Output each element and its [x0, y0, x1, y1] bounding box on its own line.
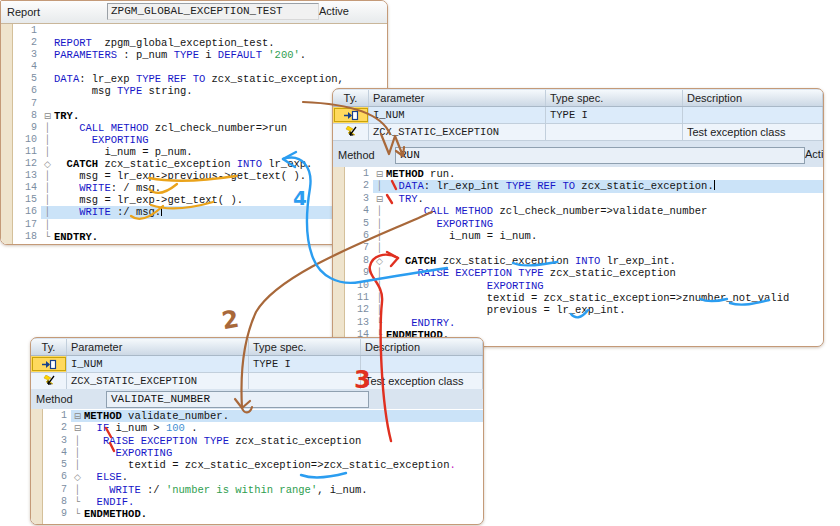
- code-line[interactable]: 13│ msg = lr_exp->previous->get_text( ).: [13, 170, 387, 182]
- code-line[interactable]: 6│ i_num = i_num.: [345, 230, 823, 242]
- parameter-cell[interactable]: I_NUM: [369, 107, 546, 123]
- column-header: Ty.: [333, 90, 369, 106]
- table-row[interactable]: I_NUMTYPE I: [333, 107, 823, 124]
- fold-marker: └: [71, 496, 84, 508]
- column-header: Ty.: [31, 339, 67, 355]
- description-cell[interactable]: Test exception class: [361, 373, 483, 389]
- code-line[interactable]: 12│ previous = lr_exp_int.: [345, 304, 823, 316]
- text-cursor: [161, 206, 162, 216]
- validate-code-lines: 1⊟METHOD validate_number.2⊟ IF i_num > 1…: [43, 410, 483, 521]
- description-cell[interactable]: [683, 107, 823, 123]
- code-line[interactable]: 10│ EXPORTING: [345, 280, 823, 292]
- parameter-cell[interactable]: ZCX_STATIC_EXCEPTION: [369, 124, 546, 140]
- fold-marker: [41, 73, 54, 85]
- code-line[interactable]: 1: [13, 25, 387, 37]
- code-line[interactable]: 8◇ CATCH zcx_static_exception INTO lr_ex…: [345, 255, 823, 267]
- method-status-text: Active: [805, 148, 824, 160]
- screenshot-stage: Report ZPGM_GLOBAL_EXCEPTION_TEST Active…: [0, 0, 840, 526]
- code-line[interactable]: 16│ WRITE :/ msg.: [13, 206, 387, 218]
- code-line[interactable]: 17│: [13, 219, 387, 231]
- run-code-editor[interactable]: 1⊟METHOD run.2│ DATA: lr_exp_int TYPE RE…: [333, 167, 823, 346]
- code-line[interactable]: 11│ textid = zcx_static_exception=>znumb…: [345, 292, 823, 304]
- code-line[interactable]: 5│ textid = zcx_static_exception=>zcx_st…: [43, 459, 483, 471]
- code-line[interactable]: 1⊟METHOD validate_number.: [43, 410, 483, 422]
- code-line[interactable]: 3│ RAISE EXCEPTION TYPE zcx_static_excep…: [43, 435, 483, 447]
- code-line[interactable]: 3PARAMETERS : p_num TYPE i DEFAULT '200'…: [13, 49, 387, 61]
- code-line[interactable]: 4: [13, 61, 387, 73]
- fold-marker: └: [373, 317, 386, 329]
- line-number: 5: [13, 73, 41, 85]
- code-line[interactable]: 2│ DATA: lr_exp_int TYPE REF TO zcx_stat…: [345, 180, 823, 192]
- fold-collapse-icon[interactable]: ⊟: [373, 168, 386, 180]
- code-line[interactable]: 7: [13, 98, 387, 110]
- table-row[interactable]: ZCX_STATIC_EXCEPTIONTest exception class: [31, 373, 483, 390]
- fold-marker: [41, 61, 54, 73]
- code-line[interactable]: 2REPORT zpgm_global_exception_test.: [13, 37, 387, 49]
- parameter-cell[interactable]: ZCX_STATIC_EXCEPTION: [67, 373, 249, 389]
- type-spec-cell[interactable]: TYPE I: [546, 107, 683, 123]
- code-line[interactable]: 11│ i_num = p_num.: [13, 146, 387, 158]
- code-text: TRY.: [386, 193, 823, 205]
- description-cell[interactable]: Test exception class: [683, 124, 823, 140]
- line-number: 14: [13, 182, 41, 194]
- code-line[interactable]: 6 msg TYPE string.: [13, 85, 387, 97]
- fold-marker: │: [373, 205, 386, 217]
- line-number: 7: [345, 242, 373, 254]
- parameter-cell[interactable]: I_NUM: [67, 356, 249, 372]
- program-name-input[interactable]: ZPGM_GLOBAL_EXCEPTION_TEST: [107, 3, 319, 20]
- fold-marker: [41, 25, 54, 37]
- report-code-editor[interactable]: 12REPORT zpgm_global_exception_test.3PAR…: [1, 24, 387, 244]
- code-line[interactable]: 12◇ CATCH zcx_static_exception INTO lr_e…: [13, 158, 387, 170]
- exception-icon[interactable]: [333, 124, 369, 140]
- code-line[interactable]: 15│ msg = lr_exp->get_text( ).: [13, 194, 387, 206]
- method-name-input[interactable]: VALIDATE_NUMBER: [106, 391, 369, 408]
- code-line[interactable]: 6◇ ELSE.: [43, 471, 483, 483]
- code-text: textid = zcx_static_exception=>zcx_stati…: [84, 459, 483, 471]
- code-line[interactable]: 5│ EXPORTING: [345, 218, 823, 230]
- table-row[interactable]: ZCX_STATIC_EXCEPTIONTest exception class: [333, 124, 823, 141]
- description-cell[interactable]: [361, 356, 483, 372]
- code-line[interactable]: 9│ RAISE EXCEPTION TYPE zcx_static_excep…: [345, 267, 823, 279]
- code-line[interactable]: 10│ EXPORTING: [13, 134, 387, 146]
- type-spec-cell[interactable]: [249, 373, 361, 389]
- line-number: 9: [345, 267, 373, 279]
- line-number: 5: [345, 218, 373, 230]
- line-number: 6: [13, 85, 41, 97]
- fold-marker: │: [373, 292, 386, 304]
- fold-collapse-icon[interactable]: ⊟: [71, 422, 84, 434]
- text-cursor: [714, 180, 715, 190]
- code-line[interactable]: 4│ EXPORTING: [43, 447, 483, 459]
- code-line[interactable]: 13└ ENDTRY.: [345, 317, 823, 329]
- validate-code-editor[interactable]: 1⊟METHOD validate_number.2⊟ IF i_num > 1…: [31, 409, 483, 524]
- fold-collapse-icon[interactable]: ⊟: [41, 110, 54, 122]
- importing-parameter-icon[interactable]: [31, 356, 67, 372]
- line-number: 3: [13, 49, 41, 61]
- code-line[interactable]: 8⊟TRY.: [13, 110, 387, 122]
- code-line[interactable]: 2⊟ IF i_num > 100 .: [43, 422, 483, 434]
- code-line[interactable]: 7│: [345, 242, 823, 254]
- fold-marker: │: [41, 170, 54, 182]
- code-text: ENDIF.: [84, 496, 483, 508]
- fold-collapse-icon[interactable]: ⊟: [373, 193, 386, 205]
- code-line[interactable]: 9│ CALL METHOD zcl_check_number=>run: [13, 122, 387, 134]
- line-number: 18: [13, 231, 41, 243]
- code-line[interactable]: 14│ WRITE: / msg.: [13, 182, 387, 194]
- code-line[interactable]: 5DATA: lr_exp TYPE REF TO zcx_static_exc…: [13, 73, 387, 85]
- code-line[interactable]: 4│ CALL METHOD zcl_check_number=>validat…: [345, 205, 823, 217]
- code-text: METHOD run.: [386, 168, 823, 180]
- importing-parameter-icon[interactable]: [333, 107, 369, 123]
- table-row[interactable]: I_NUMTYPE I: [31, 356, 483, 373]
- report-editor-window: Report ZPGM_GLOBAL_EXCEPTION_TEST Active…: [0, 0, 388, 245]
- type-spec-cell[interactable]: [546, 124, 683, 140]
- fold-marker: │: [41, 219, 54, 231]
- code-line[interactable]: 8└ ENDIF.: [43, 496, 483, 508]
- code-line[interactable]: 7│ WRITE :/ 'number is within range', i_…: [43, 484, 483, 496]
- type-spec-cell[interactable]: TYPE I: [249, 356, 361, 372]
- exception-icon[interactable]: [31, 373, 67, 389]
- code-line[interactable]: 3⊟ TRY.: [345, 193, 823, 205]
- code-line[interactable]: 18└ENDTRY.: [13, 231, 387, 243]
- code-line[interactable]: 1⊟METHOD run.: [345, 168, 823, 180]
- method-name-input[interactable]: RUN: [395, 147, 805, 164]
- fold-collapse-icon[interactable]: ⊟: [71, 410, 84, 422]
- code-line[interactable]: 9└ENDMETHOD.: [43, 508, 483, 520]
